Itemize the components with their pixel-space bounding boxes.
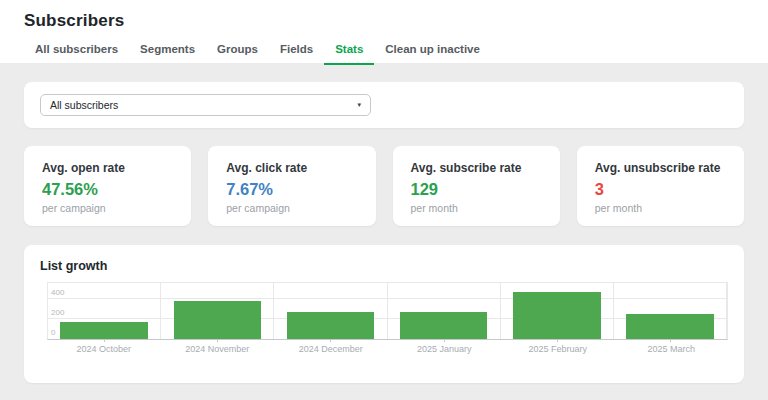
chart-column xyxy=(388,283,501,339)
chart-column xyxy=(161,283,274,339)
stat-label: Avg. subscribe rate xyxy=(411,161,560,175)
list-growth-card: List growth 0200400 2024 October2024 Nov… xyxy=(24,245,744,383)
x-axis-label: 2024 October xyxy=(47,344,161,354)
stat-label: Avg. click rate xyxy=(226,161,375,175)
stat-value: 3 xyxy=(595,180,744,199)
filter-card: All subscribers ▾ xyxy=(24,82,744,128)
stat-value: 47.56% xyxy=(42,180,191,199)
dropdown-selected-value: All subscribers xyxy=(50,99,118,111)
tab-all-subscribers[interactable]: All subscribers xyxy=(24,40,129,65)
list-growth-chart: 0200400 xyxy=(47,282,728,340)
tab-stats[interactable]: Stats xyxy=(324,40,374,65)
axis-tick xyxy=(104,339,105,342)
axis-tick xyxy=(217,339,218,342)
page-title: Subscribers xyxy=(0,0,768,31)
x-axis-label: 2024 November xyxy=(161,344,275,354)
x-axis-label: 2024 December xyxy=(274,344,388,354)
stat-unit: per month xyxy=(411,202,560,214)
chart-bar xyxy=(513,292,600,340)
axis-tick xyxy=(557,339,558,342)
y-axis-label: 200 xyxy=(51,309,64,317)
y-axis-label: 400 xyxy=(51,289,64,297)
chart-column xyxy=(501,283,614,339)
stats-row: Avg. open rate 47.56% per campaign Avg. … xyxy=(24,146,744,226)
chart-bar xyxy=(287,312,374,340)
stat-card-open-rate: Avg. open rate 47.56% per campaign xyxy=(24,146,191,226)
x-axis-label: 2025 March xyxy=(615,344,729,354)
chart-column xyxy=(614,283,727,339)
chart-x-axis-labels: 2024 October2024 November2024 December20… xyxy=(47,344,728,354)
x-axis-label: 2025 February xyxy=(501,344,615,354)
tab-bar: All subscribers Segments Groups Fields S… xyxy=(24,40,768,65)
stat-label: Avg. open rate xyxy=(42,161,191,175)
stat-unit: per month xyxy=(595,202,744,214)
stat-value: 7.67% xyxy=(226,180,375,199)
x-axis-label: 2025 January xyxy=(388,344,502,354)
tab-groups[interactable]: Groups xyxy=(206,40,269,65)
chart-bar xyxy=(400,312,487,339)
axis-tick xyxy=(444,339,445,342)
chart-title: List growth xyxy=(40,259,728,273)
page-header: Subscribers All subscribers Segments Gro… xyxy=(0,0,768,63)
y-axis-label: 0 xyxy=(51,329,55,337)
stat-value: 129 xyxy=(411,180,560,199)
stat-card-subscribe-rate: Avg. subscribe rate 129 per month xyxy=(393,146,560,226)
axis-tick xyxy=(670,339,671,342)
chart-bar xyxy=(174,301,261,339)
subscriber-group-dropdown[interactable]: All subscribers ▾ xyxy=(40,94,371,116)
tab-clean-up-inactive[interactable]: Clean up inactive xyxy=(374,40,491,65)
chart-bar xyxy=(626,314,713,339)
tab-fields[interactable]: Fields xyxy=(269,40,324,65)
stat-unit: per campaign xyxy=(226,202,375,214)
chart-column xyxy=(48,283,161,339)
content-area: All subscribers ▾ Avg. open rate 47.56% … xyxy=(0,63,768,383)
chevron-down-icon: ▾ xyxy=(357,101,361,109)
chart-column xyxy=(274,283,387,339)
stat-label: Avg. unsubscribe rate xyxy=(595,161,744,175)
stat-card-unsubscribe-rate: Avg. unsubscribe rate 3 per month xyxy=(577,146,744,226)
chart-plot-area: 0200400 xyxy=(47,282,728,340)
stat-unit: per campaign xyxy=(42,202,191,214)
axis-tick xyxy=(330,339,331,342)
stat-card-click-rate: Avg. click rate 7.67% per campaign xyxy=(208,146,375,226)
tab-segments[interactable]: Segments xyxy=(129,40,206,65)
chart-bar xyxy=(60,322,147,340)
